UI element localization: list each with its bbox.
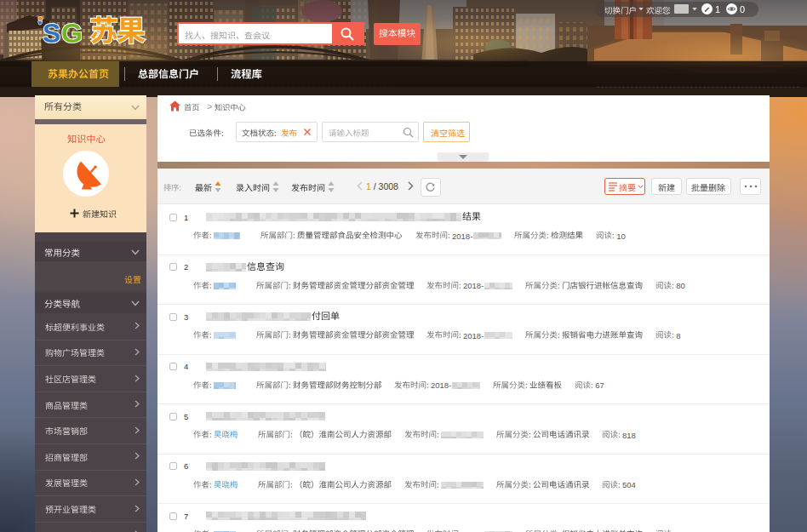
svg-text:S: S (43, 18, 60, 49)
svg-text:G: G (61, 18, 83, 49)
